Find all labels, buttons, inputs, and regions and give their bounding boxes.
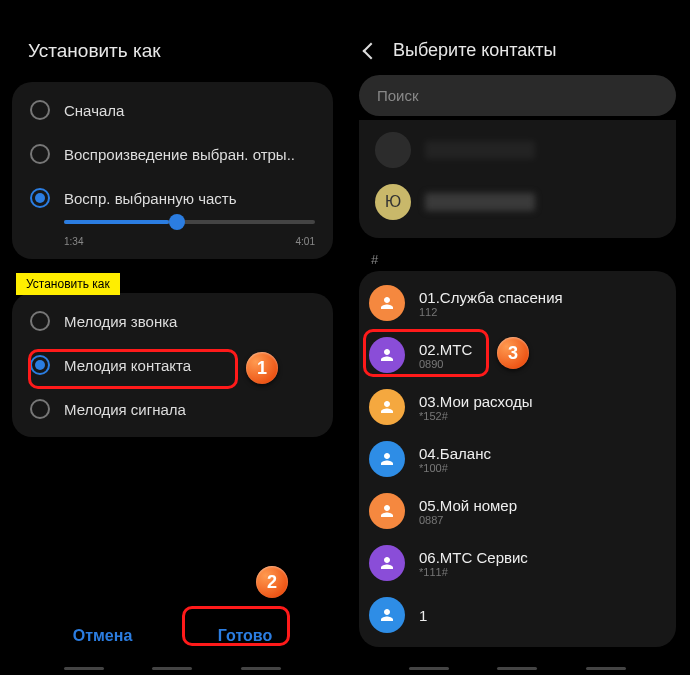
step-badge-1: 1 bbox=[246, 352, 278, 384]
contact-number: *111# bbox=[419, 566, 528, 578]
contact-row[interactable]: 03.Мои расходы *152# bbox=[365, 381, 670, 433]
person-icon bbox=[378, 294, 396, 312]
option-label: Мелодия звонка bbox=[64, 313, 177, 330]
time-end: 4:01 bbox=[296, 236, 315, 247]
contact-number: *100# bbox=[419, 462, 491, 474]
avatar bbox=[375, 132, 411, 168]
nav-back-icon[interactable] bbox=[241, 667, 281, 670]
contact-row[interactable]: 01.Служба спасения 112 bbox=[365, 277, 670, 329]
action-bar: Отмена Готово bbox=[0, 617, 345, 655]
contact-number: 112 bbox=[419, 306, 563, 318]
contact-number: *152# bbox=[419, 410, 532, 422]
contact-info: 03.Мои расходы *152# bbox=[419, 393, 532, 422]
play-options-panel: Сначала Воспроизведение выбран. отры.. В… bbox=[12, 82, 333, 259]
option-label: Сначала bbox=[64, 102, 124, 119]
avatar bbox=[369, 389, 405, 425]
contact-name: 1 bbox=[419, 607, 427, 624]
contact-row[interactable]: 04.Баланс *100# bbox=[365, 433, 670, 485]
search-placeholder: Поиск bbox=[377, 87, 419, 104]
avatar bbox=[369, 285, 405, 321]
contact-row[interactable]: 05.Мой номер 0887 bbox=[365, 485, 670, 537]
person-icon bbox=[378, 398, 396, 416]
contact-row[interactable]: 06.МТС Сервис *111# bbox=[365, 537, 670, 589]
avatar: Ю bbox=[375, 184, 411, 220]
contact-name: 03.Мои расходы bbox=[419, 393, 532, 410]
recent-contact[interactable] bbox=[371, 124, 664, 176]
radio-icon bbox=[30, 100, 50, 120]
contact-info: 1 bbox=[419, 607, 427, 624]
slider-track bbox=[64, 220, 315, 224]
step-badge-3: 3 bbox=[497, 337, 529, 369]
person-icon bbox=[378, 346, 396, 364]
option-label: Мелодия контакта bbox=[64, 357, 191, 374]
recent-contact[interactable]: Ю bbox=[371, 176, 664, 228]
contact-name: 04.Баланс bbox=[419, 445, 491, 462]
done-button[interactable]: Готово bbox=[194, 617, 296, 655]
contact-info: 04.Баланс *100# bbox=[419, 445, 491, 474]
contact-info: 02.МТС 0890 bbox=[419, 341, 472, 370]
page-title: Выберите контакты bbox=[393, 40, 557, 61]
radio-checked-icon bbox=[30, 188, 50, 208]
audio-range-slider[interactable] bbox=[12, 220, 333, 230]
android-navbar[interactable] bbox=[345, 661, 690, 675]
set-option-ringtone[interactable]: Мелодия звонка bbox=[12, 299, 333, 343]
nav-back-icon[interactable] bbox=[586, 667, 626, 670]
time-labels: 1:34 4:01 bbox=[12, 230, 333, 253]
nav-home-icon[interactable] bbox=[152, 667, 192, 670]
nav-home-icon[interactable] bbox=[497, 667, 537, 670]
play-option-selected-clip[interactable]: Воспроизведение выбран. отры.. bbox=[12, 132, 333, 176]
radio-icon bbox=[30, 144, 50, 164]
contact-info: 05.Мой номер 0887 bbox=[419, 497, 517, 526]
time-start: 1:34 bbox=[64, 236, 83, 247]
person-icon bbox=[378, 450, 396, 468]
contact-number: 0890 bbox=[419, 358, 472, 370]
step-badge-2: 2 bbox=[256, 566, 288, 598]
nav-recent-icon[interactable] bbox=[409, 667, 449, 670]
set-option-alarm[interactable]: Мелодия сигнала bbox=[12, 387, 333, 431]
contact-name: 01.Служба спасения bbox=[419, 289, 563, 306]
option-label: Мелодия сигнала bbox=[64, 401, 186, 418]
avatar bbox=[369, 493, 405, 529]
section-letter: # bbox=[345, 238, 690, 271]
set-as-panel: Мелодия звонка Мелодия контакта Мелодия … bbox=[12, 293, 333, 437]
avatar bbox=[369, 597, 405, 633]
section-tag: Установить как bbox=[16, 273, 120, 295]
play-option-selected-part[interactable]: Воспр. выбранную часть bbox=[12, 176, 333, 220]
person-icon bbox=[378, 606, 396, 624]
avatar bbox=[369, 337, 405, 373]
avatar bbox=[369, 441, 405, 477]
avatar bbox=[369, 545, 405, 581]
nav-recent-icon[interactable] bbox=[64, 667, 104, 670]
contact-info: 06.МТС Сервис *111# bbox=[419, 549, 528, 578]
slider-thumb-icon[interactable] bbox=[169, 214, 185, 230]
page-title: Установить как bbox=[0, 0, 345, 82]
contact-row[interactable]: 1 bbox=[365, 589, 670, 641]
contact-name: 02.МТС bbox=[419, 341, 472, 358]
screen-set-as: Установить как Сначала Воспроизведение в… bbox=[0, 0, 345, 675]
recent-contacts-strip: Ю bbox=[359, 120, 676, 238]
radio-checked-icon bbox=[30, 355, 50, 375]
contact-name: 05.Мой номер bbox=[419, 497, 517, 514]
contact-number: 0887 bbox=[419, 514, 517, 526]
set-option-contact-tone[interactable]: Мелодия контакта bbox=[12, 343, 333, 387]
contact-list: 01.Служба спасения 112 02.МТС 0890 03.Мо… bbox=[359, 271, 676, 647]
contact-name: 06.МТС Сервис bbox=[419, 549, 528, 566]
search-input[interactable]: Поиск bbox=[359, 75, 676, 116]
contact-info: 01.Служба спасения 112 bbox=[419, 289, 563, 318]
radio-icon bbox=[30, 399, 50, 419]
screen-pick-contacts: Выберите контакты Поиск Ю # 01.Служба сп… bbox=[345, 0, 690, 675]
person-icon bbox=[378, 554, 396, 572]
back-icon[interactable] bbox=[363, 42, 380, 59]
slider-fill bbox=[64, 220, 169, 224]
header: Выберите контакты bbox=[345, 0, 690, 75]
play-option-from-start[interactable]: Сначала bbox=[12, 88, 333, 132]
person-icon bbox=[378, 502, 396, 520]
radio-icon bbox=[30, 311, 50, 331]
blurred-name bbox=[425, 141, 535, 159]
android-navbar[interactable] bbox=[0, 661, 345, 675]
option-label: Воспроизведение выбран. отры.. bbox=[64, 146, 295, 163]
option-label: Воспр. выбранную часть bbox=[64, 190, 237, 207]
cancel-button[interactable]: Отмена bbox=[49, 617, 157, 655]
blurred-name bbox=[425, 193, 535, 211]
